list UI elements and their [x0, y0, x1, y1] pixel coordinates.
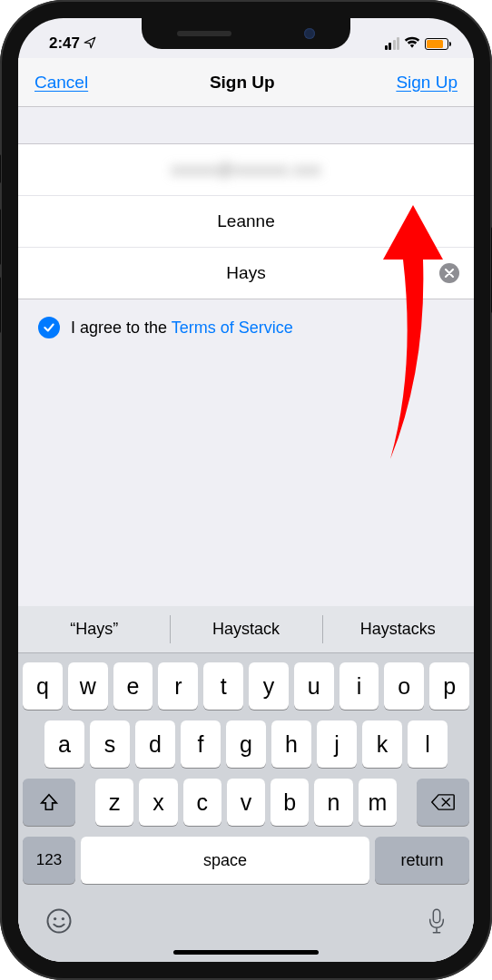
key-backspace[interactable] — [417, 779, 469, 826]
content-area: xxxxx@xxxxxx.xxx Leanne Hays I agree — [18, 107, 474, 962]
key-a[interactable]: a — [44, 720, 84, 768]
key-e[interactable]: e — [113, 662, 153, 710]
key-g[interactable]: g — [226, 720, 266, 768]
terms-row: I agree to the Terms of Service — [18, 299, 474, 357]
key-r[interactable]: r — [158, 662, 198, 710]
suggestion-2[interactable]: Haystack — [170, 606, 321, 652]
wifi-icon — [404, 35, 420, 52]
suggestion-bar: “Hays” Haystack Haystacks — [18, 606, 474, 653]
first-name-value: Leanne — [33, 211, 459, 231]
keyboard: “Hays” Haystack Haystacks q w e r t y u … — [18, 606, 474, 962]
key-v[interactable]: v — [227, 779, 265, 826]
svg-rect-3 — [433, 909, 439, 923]
key-h[interactable]: h — [271, 720, 311, 768]
key-y[interactable]: y — [249, 662, 289, 710]
key-j[interactable]: j — [317, 720, 357, 768]
terms-checkbox[interactable] — [38, 317, 60, 338]
key-l[interactable]: l — [408, 720, 448, 768]
key-f[interactable]: f — [181, 720, 221, 768]
status-time: 2:47 — [49, 34, 80, 53]
key-p[interactable]: p — [429, 662, 469, 710]
key-n[interactable]: n — [314, 779, 352, 826]
key-u[interactable]: u — [294, 662, 334, 710]
key-d[interactable]: d — [135, 720, 175, 768]
key-s[interactable]: s — [90, 720, 130, 768]
page-title: Sign Up — [210, 73, 275, 93]
key-return[interactable]: return — [375, 837, 469, 884]
key-c[interactable]: c — [183, 779, 221, 826]
clear-text-icon[interactable] — [439, 263, 459, 283]
key-w[interactable]: w — [68, 662, 108, 710]
svg-point-2 — [62, 917, 64, 920]
key-numbers[interactable]: 123 — [23, 837, 75, 884]
home-indicator[interactable] — [173, 950, 319, 955]
key-t[interactable]: t — [203, 662, 243, 710]
key-x[interactable]: x — [139, 779, 177, 826]
location-services-icon — [84, 36, 96, 52]
svg-point-1 — [54, 917, 56, 920]
key-b[interactable]: b — [271, 779, 309, 826]
key-m[interactable]: m — [359, 779, 397, 826]
terms-of-service-link[interactable]: Terms of Service — [172, 318, 293, 337]
cancel-button[interactable]: Cancel — [34, 73, 88, 93]
svg-point-0 — [48, 910, 71, 933]
terms-label: I agree to the Terms of Service — [71, 318, 293, 338]
email-field-row[interactable]: xxxxx@xxxxxx.xxx — [18, 143, 474, 196]
first-name-field-row[interactable]: Leanne — [18, 195, 474, 248]
emoji-keyboard-icon[interactable] — [45, 907, 73, 941]
battery-icon — [425, 38, 448, 50]
device-notch — [142, 18, 350, 49]
email-field-value: xxxxx@xxxxxx.xxx — [33, 160, 459, 180]
key-k[interactable]: k — [362, 720, 402, 768]
key-q[interactable]: q — [23, 662, 63, 710]
cellular-signal-icon — [385, 37, 400, 50]
suggestion-3[interactable]: Haystacks — [322, 606, 474, 652]
signup-button[interactable]: Sign Up — [396, 73, 458, 93]
key-shift[interactable] — [23, 779, 75, 826]
key-space[interactable]: space — [81, 837, 369, 884]
key-z[interactable]: z — [95, 779, 133, 826]
navigation-bar: Cancel Sign Up Sign Up — [18, 58, 474, 107]
key-o[interactable]: o — [384, 662, 424, 710]
last-name-field-row[interactable]: Hays — [18, 247, 474, 299]
terms-prefix: I agree to the — [71, 318, 172, 337]
suggestion-1[interactable]: “Hays” — [18, 606, 170, 652]
dictation-mic-icon[interactable] — [427, 907, 447, 941]
key-i[interactable]: i — [339, 662, 379, 710]
last-name-value: Hays — [33, 263, 459, 283]
